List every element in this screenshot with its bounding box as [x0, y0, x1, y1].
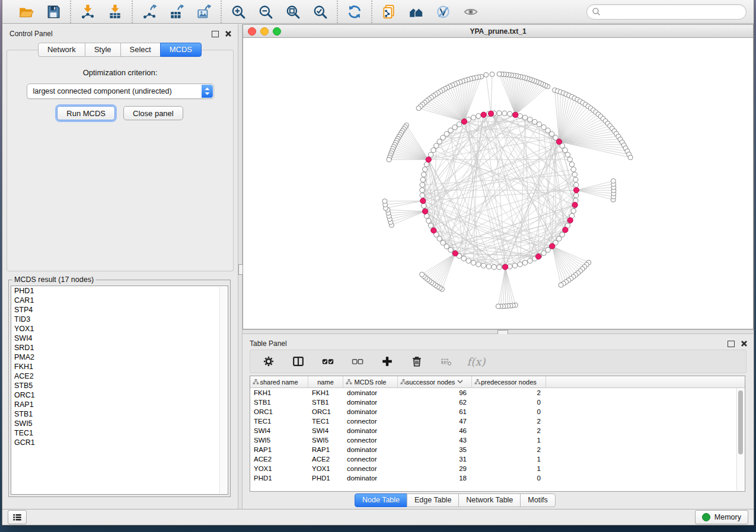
column-header-successor-nodes[interactable]: successor nodes: [398, 376, 472, 387]
cell-name: SWI5: [308, 437, 343, 444]
mcds-result-item[interactable]: TEC1: [11, 428, 228, 438]
tab-network-table[interactable]: Network Table: [458, 493, 521, 507]
save-session-icon[interactable]: [44, 3, 62, 21]
column-header-name[interactable]: name: [308, 376, 343, 387]
cell-shared-name: TEC1: [250, 418, 308, 425]
dropdown-value: largest connected component (undirected): [27, 87, 201, 95]
mcds-result-item[interactable]: FKH1: [11, 362, 228, 371]
share-document-icon[interactable]: [380, 3, 398, 21]
table-scrollbar-thumb[interactable]: [738, 390, 743, 454]
float-panel-icon[interactable]: [212, 31, 219, 37]
mcds-result-item[interactable]: SWI4: [11, 334, 228, 343]
memory-button[interactable]: Memory: [695, 510, 748, 524]
zoom-in-icon[interactable]: [229, 3, 247, 21]
tab-node-table[interactable]: Node Table: [355, 493, 407, 507]
mcds-result-item[interactable]: ORC1: [11, 390, 228, 400]
cell-predecessor-nodes: 0: [472, 408, 546, 415]
import-table-icon[interactable]: [106, 3, 124, 21]
mcds-result-item[interactable]: CAR1: [11, 296, 228, 305]
optimization-criterion-dropdown[interactable]: largest connected component (undirected): [27, 84, 214, 99]
table-row[interactable]: RAP1RAP1dominator352: [250, 445, 745, 454]
application-window: Control Panel NetworkStyleSelectMCDS Opt…: [2, 0, 754, 525]
table-row[interactable]: TEC1TEC1connector472: [250, 416, 745, 426]
zoom-out-icon[interactable]: [257, 3, 275, 21]
tab-edge-table[interactable]: Edge Table: [407, 493, 459, 507]
cell-predecessor-nodes: 2: [472, 389, 546, 396]
close-table-panel-icon[interactable]: [741, 340, 748, 347]
mcds-panel: Optimization criterion: largest connecte…: [7, 50, 234, 271]
mcds-result-list[interactable]: PHD1CAR1STP4TID3YOX1SWI4SRD1PMA2FKH1ACE2…: [11, 286, 228, 495]
close-panel-icon[interactable]: [225, 30, 232, 37]
tab-select[interactable]: Select: [120, 43, 161, 57]
control-panel: Control Panel NetworkStyleSelectMCDS Opt…: [2, 24, 238, 509]
deselect-all-icon[interactable]: [350, 354, 365, 369]
cell-mcds-role: dominator: [343, 408, 398, 415]
run-mcds-button[interactable]: Run MCDS: [57, 106, 115, 120]
tab-mcds[interactable]: MCDS: [160, 43, 202, 57]
zoom-fit-icon[interactable]: [284, 3, 302, 21]
refresh-icon[interactable]: [346, 3, 363, 21]
mcds-result-items: PHD1CAR1STP4TID3YOX1SWI4SRD1PMA2FKH1ACE2…: [11, 286, 228, 447]
mcds-result-item[interactable]: ACE2: [11, 371, 228, 381]
column-settings-icon[interactable]: [261, 354, 276, 369]
column-header-mcds-role[interactable]: MCDS role: [343, 376, 398, 387]
table-row[interactable]: FKH1FKH1dominator962: [250, 388, 745, 398]
tab-network[interactable]: Network: [38, 43, 85, 57]
mcds-result-item[interactable]: TID3: [11, 315, 228, 324]
open-file-icon[interactable]: [17, 3, 35, 21]
mcds-result-item[interactable]: GCR1: [11, 438, 228, 447]
network-browser-icon[interactable]: [407, 3, 425, 21]
table-row[interactable]: ORC1ORC1dominator610: [250, 407, 745, 416]
zoom-selected-icon[interactable]: [311, 3, 329, 21]
network-view-frame: YPA_prune.txt_1: [243, 24, 754, 329]
table-row[interactable]: SWI4SWI4dominator462: [250, 426, 745, 435]
export-network-icon[interactable]: [141, 3, 158, 21]
mcds-result-item[interactable]: STB1: [11, 409, 228, 419]
table-scrollbar[interactable]: [736, 388, 744, 491]
mcds-result-item[interactable]: SWI5: [11, 419, 228, 428]
add-column-icon[interactable]: [379, 354, 395, 369]
control-panel-header: Control Panel: [2, 24, 238, 41]
column-header-predecessor-nodes[interactable]: predecessor nodes: [472, 376, 546, 387]
export-image-icon[interactable]: [195, 3, 213, 21]
mcds-result-item[interactable]: STB5: [11, 381, 228, 390]
network-canvas[interactable]: [243, 37, 753, 329]
result-scrollbar[interactable]: [219, 287, 227, 493]
mcds-result-item[interactable]: RAP1: [11, 400, 228, 409]
birds-eye-icon[interactable]: [462, 3, 480, 21]
column-header-shared-name[interactable]: shared name: [250, 376, 308, 387]
graphics-details-icon[interactable]: [435, 3, 452, 21]
split-view-icon[interactable]: [291, 354, 306, 369]
horizontal-splitter[interactable]: [243, 329, 754, 334]
table-row[interactable]: ACE2ACE2connector311: [250, 454, 745, 464]
search-input[interactable]: [604, 7, 741, 17]
mcds-result-item[interactable]: STP4: [11, 305, 228, 315]
table-row[interactable]: YOX1YOX1connector291: [250, 464, 745, 473]
mcds-result-item[interactable]: PMA2: [11, 352, 228, 362]
status-list-button[interactable]: [8, 510, 27, 524]
control-panel-title: Control Panel: [9, 30, 53, 38]
cell-mcds-role: connector: [343, 437, 398, 444]
export-table-icon[interactable]: [168, 3, 186, 21]
mcds-result-item[interactable]: PHD1: [11, 286, 228, 296]
table-row[interactable]: STB1STB1dominator620: [250, 398, 745, 407]
table-row[interactable]: PHD1PHD1dominator180: [250, 473, 745, 483]
delete-column-icon[interactable]: [409, 354, 425, 369]
float-table-panel-icon[interactable]: [728, 341, 735, 347]
import-network-icon[interactable]: [79, 3, 97, 21]
close-panel-button[interactable]: Close panel: [123, 106, 183, 120]
cell-successor-nodes: 18: [398, 475, 472, 482]
minimize-window-icon[interactable]: [260, 27, 269, 36]
select-all-icon[interactable]: [320, 354, 336, 369]
mcds-result-item[interactable]: SRD1: [11, 343, 228, 352]
cell-successor-nodes: 31: [398, 456, 472, 463]
close-window-icon[interactable]: [248, 27, 256, 36]
tab-motifs[interactable]: Motifs: [520, 493, 555, 507]
table-row[interactable]: SWI5SWI5connector431: [250, 435, 745, 445]
maximize-window-icon[interactable]: [273, 27, 281, 36]
cell-predecessor-nodes: 1: [472, 456, 546, 463]
mcds-result-item[interactable]: YOX1: [11, 324, 228, 334]
vertical-splitter[interactable]: [238, 24, 243, 509]
search-box[interactable]: [586, 4, 747, 20]
tab-style[interactable]: Style: [85, 43, 121, 57]
